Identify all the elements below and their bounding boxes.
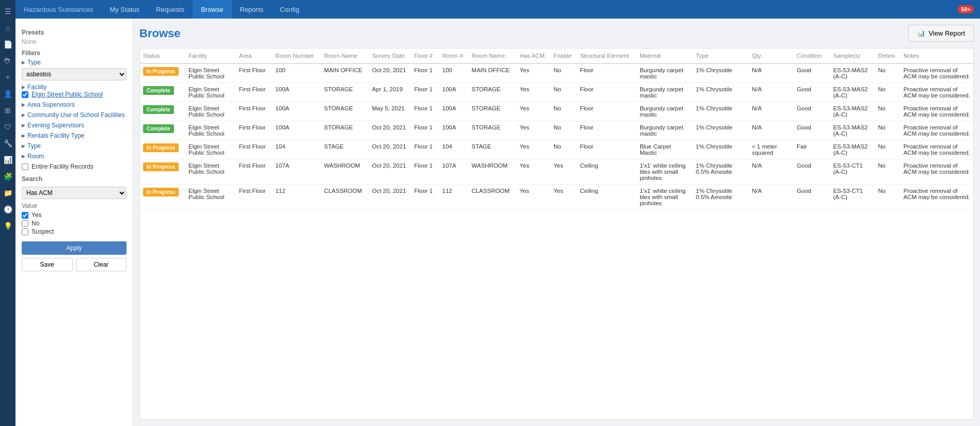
cell-has-acm: Yes xyxy=(516,185,550,210)
filter-type-select[interactable]: asbestos xyxy=(22,68,127,80)
cell-debris: No xyxy=(875,140,900,159)
cell-facility: Elgin Street Public School xyxy=(185,159,236,185)
cell-friable: No xyxy=(550,121,577,140)
cell-room-name: WASHROOM xyxy=(321,159,369,185)
person-icon[interactable]: 👤 xyxy=(2,88,14,100)
cell-room-name: STAGE xyxy=(321,140,369,159)
community-use-label[interactable]: Community Use of School Facilities xyxy=(22,111,127,119)
cell-room-name2: STORAGE xyxy=(468,102,516,121)
filter-type-label[interactable]: Type xyxy=(22,59,127,66)
col-header-area: Area xyxy=(236,48,273,63)
cell-room-number: 100 xyxy=(272,63,321,83)
cell-floor: Floor 1 xyxy=(411,83,439,102)
evening-supervisors-label[interactable]: Evening Supervisors xyxy=(22,122,127,129)
table-header-row: Status Facility Area Room Number Room Na… xyxy=(140,48,973,63)
grid-icon[interactable]: ⊞ xyxy=(2,104,14,117)
filter-facility-label[interactable]: Facility xyxy=(22,84,127,91)
cell-room-number: 112 xyxy=(272,185,321,210)
cell-debris: No xyxy=(875,185,900,210)
value-title: Value xyxy=(22,202,127,209)
clock-icon[interactable]: 🕐 xyxy=(2,203,14,216)
view-report-button[interactable]: 📊 View Report xyxy=(908,25,974,42)
cell-status: Complete xyxy=(140,102,185,121)
cell-notes: Proactive removal of ACM may be consider… xyxy=(900,121,973,140)
cell-room-name: STORAGE xyxy=(321,102,369,121)
yes-checkbox[interactable] xyxy=(22,212,28,219)
chart-icon[interactable]: 📊 xyxy=(2,154,14,166)
cell-material: 1'x1' white ceiling tiles with small pin… xyxy=(637,159,693,185)
chart-bar-icon: 📊 xyxy=(917,29,925,37)
bulb-icon[interactable]: 💡 xyxy=(2,220,14,232)
col-header-room-name2: Room Name xyxy=(468,48,516,63)
file-icon[interactable]: 📁 xyxy=(2,187,14,199)
plus-icon[interactable]: ＋ xyxy=(2,71,14,84)
area-supervisors-label[interactable]: Area Supervisors xyxy=(22,101,127,108)
nav-reports[interactable]: Reports xyxy=(232,0,272,19)
nav-config[interactable]: Config xyxy=(272,0,308,19)
table-row[interactable]: CompleteElgin Street Public SchoolFirst … xyxy=(140,102,973,121)
content-area: Presets None Filters Type asbestos Facil… xyxy=(15,19,980,426)
cell-qty: N/A xyxy=(749,159,794,185)
facility-checkbox-item[interactable]: Elgin Street Public School xyxy=(22,91,127,98)
cell-survey-date: Oct 20, 2021 xyxy=(369,63,411,83)
col-header-notes: Notes xyxy=(900,48,973,63)
document-icon[interactable]: 📄 xyxy=(2,38,14,51)
filters-title: Filters xyxy=(22,50,127,57)
entire-facility-item: Entire Facility Records xyxy=(22,163,127,170)
cell-survey-date: Oct 20, 2021 xyxy=(369,185,411,210)
clear-button[interactable]: Clear xyxy=(76,258,127,271)
apply-button[interactable]: Apply xyxy=(22,241,127,255)
no-checkbox[interactable] xyxy=(22,220,28,227)
cell-area: First Floor xyxy=(236,63,273,83)
search-select[interactable]: Has ACM xyxy=(22,187,127,199)
filter-rentals: Rentals Facility Type xyxy=(22,132,127,139)
facility-checkbox[interactable] xyxy=(22,91,28,98)
nav-browse[interactable]: Browse xyxy=(193,0,231,19)
cell-room-number: 107A xyxy=(272,159,321,185)
shield-icon[interactable]: 🛡 xyxy=(2,121,14,133)
puzzle-icon[interactable]: 🧩 xyxy=(2,170,14,183)
cell-room2: 100 xyxy=(439,63,469,83)
table-row[interactable]: In ProgressElgin Street Public SchoolFir… xyxy=(140,63,973,83)
suspect-checkbox-item: Suspect xyxy=(22,228,127,235)
save-button[interactable]: Save xyxy=(22,258,73,271)
cell-type: 1% Chrysotile xyxy=(693,140,749,159)
nav-my-status[interactable]: My Status xyxy=(101,0,148,19)
hardhat-icon[interactable]: ⛑ xyxy=(2,55,14,67)
col-header-floor: Floor # xyxy=(411,48,439,63)
cell-facility: Elgin Street Public School xyxy=(185,102,236,121)
rentals-label[interactable]: Rentals Facility Type xyxy=(22,132,127,139)
cell-status: In Progress xyxy=(140,185,185,210)
no-label: No xyxy=(31,220,39,227)
suspect-checkbox[interactable] xyxy=(22,228,28,235)
table-row[interactable]: CompleteElgin Street Public SchoolFirst … xyxy=(140,121,973,140)
presets-value: None xyxy=(22,38,127,45)
table-row[interactable]: In ProgressElgin Street Public SchoolFir… xyxy=(140,185,973,210)
table-row[interactable]: In ProgressElgin Street Public SchoolFir… xyxy=(140,140,973,159)
table-row[interactable]: In ProgressElgin Street Public SchoolFir… xyxy=(140,159,973,185)
cell-notes: Proactive removal of ACM may be consider… xyxy=(900,102,973,121)
cell-structural: Floor xyxy=(577,121,637,140)
home-icon[interactable]: ⌂ xyxy=(2,22,14,34)
room-label[interactable]: Room xyxy=(22,153,127,160)
cell-structural: Floor xyxy=(577,102,637,121)
cell-qty: < 1 meter squared xyxy=(749,140,794,159)
wrench-icon[interactable]: 🔧 xyxy=(2,137,14,150)
no-checkbox-item: No xyxy=(22,220,127,227)
notification-badge[interactable]: 50+ xyxy=(958,5,974,13)
menu-icon[interactable]: ☰ xyxy=(2,5,14,18)
cell-debris: No xyxy=(875,159,900,185)
type2-label[interactable]: Type xyxy=(22,142,127,150)
cell-type: 1% Chrysotile xyxy=(693,121,749,140)
top-nav: Hazardous Substances My Status Requests … xyxy=(15,0,980,19)
cell-room-name2: STORAGE xyxy=(468,121,516,140)
cell-condition: Fair xyxy=(794,140,830,159)
nav-requests[interactable]: Requests xyxy=(148,0,193,19)
page-title: Browse xyxy=(139,27,180,40)
table-row[interactable]: CompleteElgin Street Public SchoolFirst … xyxy=(140,83,973,102)
cell-structural: Floor xyxy=(577,140,637,159)
cell-structural: Floor xyxy=(577,63,637,83)
entire-facility-checkbox[interactable] xyxy=(22,163,28,170)
cell-floor: Floor 1 xyxy=(411,140,439,159)
cell-has-acm: Yes xyxy=(516,121,550,140)
